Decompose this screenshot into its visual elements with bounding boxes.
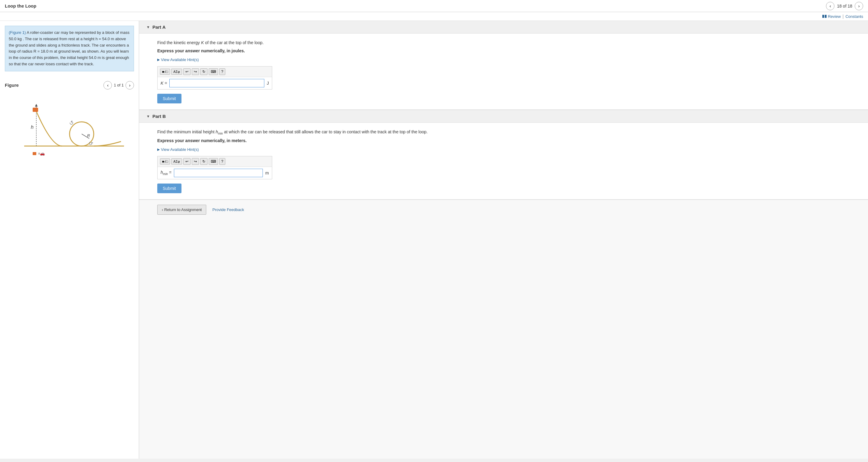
prev-icon: ‹ (830, 4, 831, 8)
separator: | (843, 14, 844, 19)
problem-body: A roller-coaster car may be represented … (9, 30, 129, 66)
figure-title: Figure (5, 83, 19, 88)
svg-rect-7 (33, 107, 38, 112)
hint-a-arrow-icon: ▶ (157, 58, 160, 62)
part-b-math-row: hmin = m (158, 167, 272, 179)
part-a-express: Express your answer numerically, in joul… (157, 49, 850, 53)
figure-prev-button[interactable]: ‹ (103, 81, 112, 90)
redo-a-icon: ↪ (194, 69, 197, 74)
redo-b-icon: ↪ (194, 159, 197, 163)
math-a-symbol-icon: ΑΣφ (173, 70, 180, 73)
svg-text:h: h (31, 125, 34, 130)
part-b-express: Express your answer numerically, in mete… (157, 138, 850, 143)
math-b-keyboard-btn[interactable]: ⌨ (209, 158, 218, 165)
provide-feedback-link[interactable]: Provide Feedback (212, 208, 244, 212)
question-counter: 18 of 18 (837, 4, 852, 8)
right-panel: ▼ Part A Find the kinetic energy K of th… (139, 21, 868, 459)
keyboard-a-icon: ⌨ (211, 69, 216, 74)
part-b-unit: m (265, 171, 269, 175)
math-a-help-btn[interactable]: ? (219, 68, 226, 75)
figure-next-button[interactable]: › (125, 81, 134, 90)
top-bar: Loop the Loop ‹ 18 of 18 › (0, 0, 868, 12)
constants-link[interactable]: Constants (845, 14, 863, 19)
part-a-answer-input[interactable] (169, 79, 264, 87)
math-b-symbol-btn[interactable]: ΑΣφ (171, 158, 182, 164)
part-b-math-toolbar: ■√□ ΑΣφ ↩ ↪ ↻ (158, 156, 272, 167)
math-b-undo-btn[interactable]: ↩ (183, 158, 190, 165)
figure-header: Figure ‹ 1 of 1 › (5, 81, 134, 90)
math-a-keyboard-btn[interactable]: ⌨ (209, 68, 218, 75)
problem-text-box: (Figure 1) A roller-coaster car may be r… (5, 26, 134, 71)
part-b-hint-label: View Available Hint(s) (161, 147, 199, 152)
math-b-template-icon: ■√□ (162, 160, 168, 163)
svg-text:🚗: 🚗 (40, 151, 45, 156)
app-title: Loop the Loop (5, 3, 36, 8)
svg-text:↺: ↺ (68, 119, 75, 127)
part-a-submit-button[interactable]: Submit (157, 94, 182, 103)
left-panel: (Figure 1) A roller-coaster car may be r… (0, 21, 139, 459)
math-b-symbol-icon: ΑΣφ (173, 160, 180, 163)
main-layout: (Figure 1) A roller-coaster car may be r… (0, 21, 868, 459)
figure-ref-link[interactable]: (Figure 1) (9, 30, 26, 35)
part-a-title: Part A (152, 25, 166, 30)
math-b-template-btn[interactable]: ■√□ (160, 158, 170, 164)
review-link[interactable]: Review (828, 14, 841, 19)
part-a-instruction: Find the kinetic energy K of the car at … (157, 40, 850, 46)
part-a-math-toolbar: ■√□ ΑΣφ ↩ ↪ ↻ (158, 66, 272, 77)
figure-counter: 1 of 1 (114, 83, 124, 87)
part-b-math-label: hmin = (161, 170, 172, 176)
undo-a-icon: ↩ (185, 69, 188, 74)
help-a-icon: ? (221, 69, 223, 74)
next-icon: › (858, 4, 860, 8)
review-icon (822, 15, 827, 18)
part-a-section: ▼ Part A Find the kinetic energy K of th… (139, 21, 868, 110)
hint-b-arrow-icon: ▶ (157, 148, 160, 152)
part-a-math-label: K = (161, 81, 167, 86)
next-question-button[interactable]: › (855, 2, 863, 10)
part-b-header[interactable]: ▼ Part B (139, 110, 868, 123)
part-b-section: ▼ Part B Find the minimum initial height… (139, 110, 868, 199)
math-b-help-btn[interactable]: ? (219, 158, 226, 165)
reset-a-icon: ↻ (202, 69, 205, 74)
undo-b-icon: ↩ (185, 159, 188, 163)
math-a-undo-btn[interactable]: ↩ (183, 68, 190, 75)
keyboard-b-icon: ⌨ (211, 159, 216, 163)
math-a-template-btn[interactable]: ■√□ (160, 69, 170, 75)
bottom-bar: ‹ Return to Assignment Provide Feedback (139, 199, 868, 219)
figure-prev-icon: ‹ (107, 83, 108, 88)
part-b-title: Part B (152, 114, 166, 119)
part-b-chevron-icon: ▼ (146, 114, 150, 119)
math-a-redo-btn[interactable]: ↪ (192, 68, 199, 75)
figure-next-icon: › (129, 83, 131, 88)
return-to-assignment-button[interactable]: ‹ Return to Assignment (157, 205, 206, 215)
help-b-icon: ? (221, 159, 223, 163)
reset-b-icon: ↻ (202, 159, 205, 163)
hmin-sub: min (218, 132, 223, 135)
part-a-body: Find the kinetic energy K of the car at … (139, 34, 868, 110)
math-a-symbol-btn[interactable]: ΑΣφ (171, 69, 182, 75)
svg-rect-10 (33, 152, 36, 155)
figure-section: Figure ‹ 1 of 1 › (0, 76, 139, 164)
math-b-reset-btn[interactable]: ↻ (200, 158, 208, 165)
part-a-chevron-icon: ▼ (146, 25, 150, 29)
math-b-redo-btn[interactable]: ↪ (192, 158, 199, 165)
part-a-math-row: K = J (158, 77, 272, 89)
links-bar: Review | Constants (0, 12, 868, 21)
part-b-instruction: Find the minimum initial height hmin at … (157, 129, 850, 136)
part-a-hint-label: View Available Hint(s) (161, 57, 199, 62)
part-a-header[interactable]: ▼ Part A (139, 21, 868, 34)
part-b-hint-link[interactable]: ▶ View Available Hint(s) (157, 147, 199, 152)
part-a-math-input-container: ■√□ ΑΣφ ↩ ↪ ↻ (157, 66, 272, 90)
top-nav: ‹ 18 of 18 › (826, 2, 863, 10)
prev-question-button[interactable]: ‹ (826, 2, 834, 10)
math-a-reset-btn[interactable]: ↻ (200, 68, 208, 75)
part-b-answer-input[interactable] (174, 169, 263, 177)
svg-text:R: R (87, 133, 90, 138)
math-a-template-icon: ■√□ (162, 70, 168, 73)
part-a-hint-link[interactable]: ▶ View Available Hint(s) (157, 57, 199, 62)
part-b-body: Find the minimum initial height hmin at … (139, 123, 868, 199)
part-b-math-input-container: ■√□ ΑΣφ ↩ ↪ ↻ (157, 156, 272, 179)
figure-nav: ‹ 1 of 1 › (103, 81, 134, 90)
part-b-submit-button[interactable]: Submit (157, 184, 182, 193)
part-a-unit: J (267, 81, 269, 86)
